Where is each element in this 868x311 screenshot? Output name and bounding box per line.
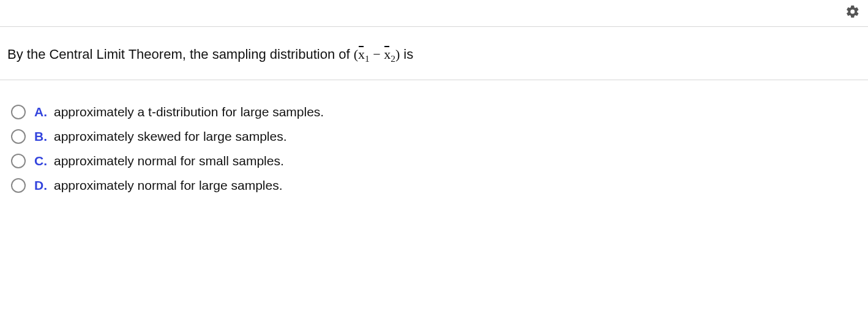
radio-icon <box>11 105 26 119</box>
question-text: By the Central Limit Theorem, the sampli… <box>0 27 868 80</box>
radio-icon <box>11 154 26 168</box>
option-text: approximately a t-distribution for large… <box>54 105 324 119</box>
option-text: approximately normal for large samples. <box>54 178 283 193</box>
option-text: approximately normal for small samples. <box>54 154 284 168</box>
option-text: approximately skewed for large samples. <box>54 129 287 144</box>
top-bar <box>0 0 868 27</box>
option-letter: D. <box>34 178 54 193</box>
question-prefix: By the Central Limit Theorem, the sampli… <box>7 47 354 62</box>
gear-icon <box>845 4 860 22</box>
math-expression: (x1 − x2) <box>354 47 400 62</box>
radio-icon <box>11 129 26 144</box>
option-a[interactable]: A. approximately a t-distribution for la… <box>11 105 861 119</box>
options-list: A. approximately a t-distribution for la… <box>0 80 868 210</box>
option-letter: C. <box>34 154 54 168</box>
option-b[interactable]: B. approximately skewed for large sample… <box>11 129 861 144</box>
settings-button[interactable] <box>844 4 862 22</box>
option-c[interactable]: C. approximately normal for small sample… <box>11 154 861 168</box>
option-letter: B. <box>34 129 54 144</box>
question-suffix: is <box>403 47 413 62</box>
option-letter: A. <box>34 105 54 119</box>
option-d[interactable]: D. approximately normal for large sample… <box>11 178 861 193</box>
radio-icon <box>11 178 26 193</box>
question-container: By the Central Limit Theorem, the sampli… <box>0 0 868 210</box>
